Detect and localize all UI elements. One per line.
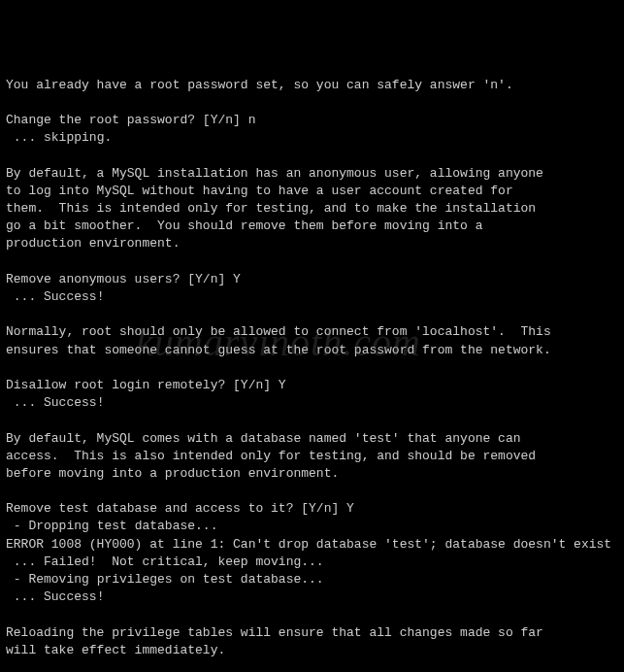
terminal-line: - Dropping test database...	[6, 518, 618, 535]
terminal-line: will take effect immediately.	[6, 642, 618, 659]
terminal-line	[6, 412, 618, 429]
terminal-line: ... Failed! Not critical, keep moving...	[6, 554, 618, 571]
terminal-output[interactable]: You already have a root password set, so…	[6, 77, 618, 672]
terminal-line	[6, 606, 618, 623]
terminal-line: Remove anonymous users? [Y/n] Y	[6, 271, 618, 288]
terminal-line	[6, 483, 618, 500]
terminal-line	[6, 94, 618, 112]
terminal-line: ... Success!	[6, 394, 618, 412]
terminal-line: ... skipping.	[6, 129, 618, 147]
terminal-line: You already have a root password set, so…	[6, 77, 618, 94]
terminal-line: - Removing privileges on test database..…	[6, 571, 618, 588]
terminal-line	[6, 359, 618, 377]
terminal-line	[6, 306, 618, 323]
terminal-line: to log into MySQL without having to have…	[6, 183, 618, 200]
terminal-line: Disallow root login remotely? [Y/n] Y	[6, 377, 618, 394]
terminal-line	[6, 253, 618, 271]
terminal-line: ... Success!	[6, 588, 618, 606]
terminal-line: access. This is also intended only for t…	[6, 448, 618, 465]
terminal-line: ensures that someone cannot guess at the…	[6, 342, 618, 359]
terminal-line: Remove test database and access to it? […	[6, 500, 618, 518]
terminal-line: production environment.	[6, 235, 618, 252]
terminal-line: By default, a MySQL installation has an …	[6, 165, 618, 183]
terminal-line: ... Success!	[6, 288, 618, 306]
terminal-line: By default, MySQL comes with a database …	[6, 430, 618, 448]
terminal-line	[6, 659, 618, 672]
terminal-line: ERROR 1008 (HY000) at line 1: Can't drop…	[6, 536, 618, 554]
terminal-line: Normally, root should only be allowed to…	[6, 323, 618, 341]
terminal-line	[6, 148, 618, 165]
terminal-line: before moving into a production environm…	[6, 465, 618, 483]
terminal-line: Change the root password? [Y/n] n	[6, 112, 618, 129]
terminal-line: them. This is intended only for testing,…	[6, 200, 618, 218]
terminal-line: go a bit smoother. You should remove the…	[6, 218, 618, 235]
terminal-line: Reloading the privilege tables will ensu…	[6, 624, 618, 642]
